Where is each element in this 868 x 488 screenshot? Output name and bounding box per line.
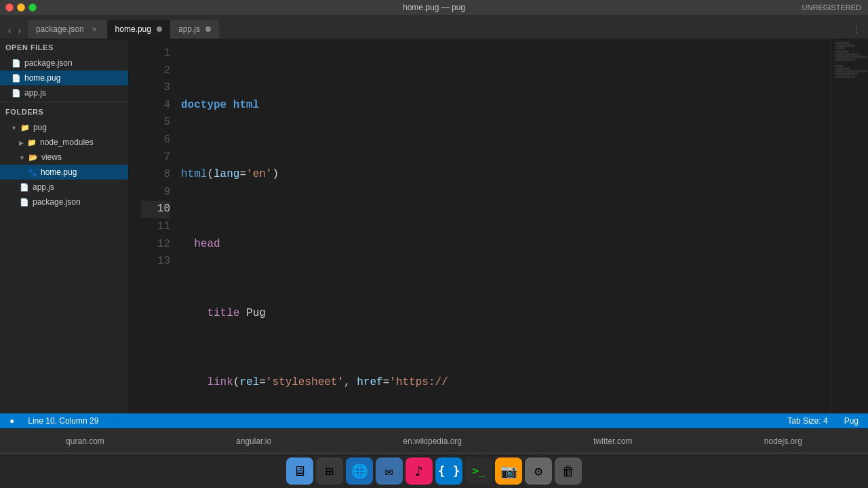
dock-launchpad[interactable]: ⊞ <box>316 458 343 485</box>
error-dot-icon: ● <box>9 416 14 426</box>
tab-dirty-indicator-appjs <box>205 26 211 32</box>
minimize-button[interactable] <box>17 3 25 12</box>
file-icon: 📄 <box>11 87 22 98</box>
sidebar-divider <box>0 102 128 102</box>
folder-icon: 📁 <box>26 137 37 148</box>
file-icon: 📄 <box>11 73 22 83</box>
editor-content[interactable]: 1 2 3 4 5 6 7 8 9 10 11 12 13 doctype ht… <box>129 39 868 413</box>
photos-icon: 📷 <box>500 463 517 479</box>
folder-arrow-icon <box>19 138 24 147</box>
folder-arrow-icon <box>19 152 25 162</box>
sidebar: OPEN FILES 📄 package.json 📄 home.pug 📄 a… <box>0 39 129 413</box>
music-icon: ♪ <box>415 463 423 479</box>
tab-package-json[interactable]: package.json ✕ <box>28 20 107 39</box>
line-num-7: 7 <box>141 149 170 167</box>
dock-music[interactable]: ♪ <box>406 458 433 485</box>
settings-icon: ⚙ <box>534 463 542 479</box>
line-num-4: 4 <box>141 97 170 115</box>
status-error-indicator[interactable]: ● <box>7 416 17 426</box>
dock-trash[interactable]: 🗑 <box>555 458 582 485</box>
tab-close-package-json[interactable]: ✕ <box>90 24 99 34</box>
unregistered-label: UNREGISTERED <box>802 3 861 12</box>
tab-prev-arrow[interactable]: ‹ <box>5 25 14 36</box>
dock-mail[interactable]: ✉ <box>376 458 403 485</box>
dock-vscode[interactable]: { } <box>435 458 462 485</box>
speed-dial-angular[interactable]: angular.io <box>236 436 271 446</box>
tab-home-pug[interactable]: home.pug <box>107 20 170 39</box>
line-numbers: 1 2 3 4 5 6 7 8 9 10 11 12 13 <box>141 39 178 413</box>
sidebar-file-package-json-tree[interactable]: 📄 package.json <box>0 195 128 209</box>
dock-safari[interactable]: 🌐 <box>346 458 373 485</box>
speed-dial-quran[interactable]: quran.com <box>66 436 104 446</box>
tab-label: home.pug <box>115 24 151 34</box>
folders-header: FOLDERS <box>0 104 128 120</box>
speed-dial-bar: quran.com angular.io en.wikipedia.org tw… <box>0 428 868 453</box>
line-num-5: 5 <box>141 114 170 131</box>
line-num-1: 1 <box>141 45 170 62</box>
tab-bar: ‹ › package.json ✕ home.pug app.js ⋮ <box>0 15 868 39</box>
tab-label: app.js <box>178 24 200 34</box>
dock-photos[interactable]: 📷 <box>495 458 522 485</box>
tab-label: package.json <box>36 24 84 34</box>
editor-area[interactable]: 1 2 3 4 5 6 7 8 9 10 11 12 13 doctype ht… <box>129 39 868 413</box>
line-col-text: Line 10, Column 29 <box>28 416 98 426</box>
speed-dial-nodejs[interactable]: nodejs.org <box>764 436 802 446</box>
minimap-content: ████████████ ████████████████ ████████ █… <box>835 42 865 79</box>
vscode-icon: { } <box>438 464 460 478</box>
line-num-10: 10 <box>141 201 170 218</box>
terminal-icon: >_ <box>472 464 485 477</box>
line-num-11: 11 <box>141 218 170 236</box>
sidebar-file-app-js-open[interactable]: 📄 app.js <box>0 85 128 100</box>
tab-next-arrow[interactable]: › <box>15 25 23 36</box>
tab-bar-menu[interactable]: ⋮ <box>852 24 861 35</box>
code-line-1: doctype html <box>181 97 831 115</box>
line-num-13: 13 <box>141 253 170 270</box>
dock-finder[interactable]: 🖥 <box>286 458 313 485</box>
sidebar-file-home-pug[interactable]: 🐾 home.pug <box>0 165 128 180</box>
pug-file-icon: 🐾 <box>27 167 38 178</box>
trash-icon: 🗑 <box>561 463 575 479</box>
safari-icon: 🌐 <box>351 463 368 479</box>
keyword-head: head <box>194 236 220 253</box>
speed-dial-twitter[interactable]: twitter.com <box>593 436 632 446</box>
folder-arrow-icon <box>11 123 17 132</box>
main-area: OPEN FILES 📄 package.json 📄 home.pug 📄 a… <box>0 39 868 413</box>
sidebar-file-home-pug-open[interactable]: 📄 home.pug <box>0 70 128 85</box>
sidebar-file-app-js[interactable]: 📄 app.js <box>0 180 128 195</box>
editor-left-gutter <box>129 39 141 413</box>
window-controls <box>5 3 37 12</box>
line-num-12: 12 <box>141 236 170 253</box>
close-button[interactable] <box>5 3 14 12</box>
sidebar-folder-node-modules[interactable]: 📁 node_modules <box>0 135 128 150</box>
maximize-button[interactable] <box>28 3 37 12</box>
keyword-link: link <box>207 374 233 392</box>
status-line-col[interactable]: Line 10, Column 29 <box>25 416 101 426</box>
folder-icon: 📁 <box>20 122 31 133</box>
code-editor[interactable]: doctype html html(lang='en') head title … <box>178 39 831 413</box>
status-bar: ● Line 10, Column 29 Tab Size: 4 Pug <box>0 413 868 428</box>
sidebar-file-package-json[interactable]: 📄 package.json <box>0 56 128 70</box>
sidebar-folder-pug[interactable]: 📁 pug <box>0 120 128 135</box>
json-file-icon: 📄 <box>19 197 30 207</box>
status-language[interactable]: Pug <box>842 416 861 426</box>
tab-app-js[interactable]: app.js <box>170 20 219 39</box>
speed-dial-wikipedia[interactable]: en.wikipedia.org <box>403 436 462 446</box>
keyword-title: title <box>207 305 239 323</box>
line-num-2: 2 <box>141 62 170 80</box>
line-num-9: 9 <box>141 184 170 201</box>
folder-icon: 📂 <box>28 152 39 163</box>
tab-dirty-indicator <box>157 26 162 32</box>
status-tab-size[interactable]: Tab Size: 4 <box>785 416 830 426</box>
status-right: Tab Size: 4 Pug <box>785 416 861 426</box>
status-left: ● Line 10, Column 29 <box>7 416 101 426</box>
dock-terminal[interactable]: >_ <box>465 458 492 485</box>
minimap: ████████████ ████████████████ ████████ █… <box>831 39 868 413</box>
keyword-doctype: doctype html <box>181 97 259 115</box>
dock-settings[interactable]: ⚙ <box>525 458 552 485</box>
tab-size-text: Tab Size: 4 <box>787 416 827 426</box>
sidebar-folder-views[interactable]: 📂 views <box>0 150 128 165</box>
code-line-2: html(lang='en') <box>181 166 831 184</box>
finder-icon: 🖥 <box>293 463 307 479</box>
title-bar: home.pug — pug UNREGISTERED <box>0 0 868 15</box>
open-files-header: OPEN FILES <box>0 39 128 56</box>
